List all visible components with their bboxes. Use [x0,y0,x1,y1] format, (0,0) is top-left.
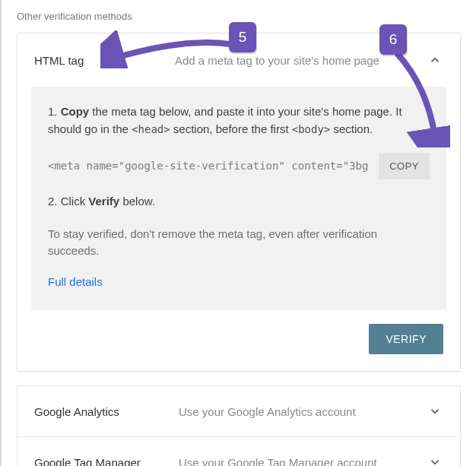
step1-end: section. [330,122,373,135]
method-google-analytics[interactable]: Google Analytics Use your Google Analyti… [17,386,460,437]
step2-rest: below. [119,195,155,208]
callout-badge-6: 6 [379,24,407,55]
method-title: Google Tag Manager [34,456,179,467]
step2-prefix: 2. Click [48,195,88,208]
step1-bold: Copy [61,105,90,118]
step-1: 1. Copy the meta tag below, and paste it… [48,103,430,138]
step1-mid: section, before the first [170,122,292,135]
method-title: Google Analytics [34,405,179,418]
step2-bold: Verify [88,195,119,208]
callout-badge-5: 5 [229,22,256,52]
stay-verified-note: To stay verified, don't remove the meta … [48,226,430,260]
method-description: Use your Google Analytics account [179,405,427,418]
method-google-tag-manager[interactable]: Google Tag Manager Use your Google Tag M… [17,437,460,466]
step-2: 2. Click Verify below. [48,193,430,211]
chevron-up-icon [427,52,443,68]
body-code: <body> [292,123,331,135]
method-description: Add a meta tag to your site's home page [175,54,427,67]
full-details-link[interactable]: Full details [48,274,103,291]
method-title: HTML tag [34,54,175,67]
chevron-down-icon [427,454,443,466]
copy-button[interactable]: COPY [379,153,430,179]
head-code: <head> [132,123,170,135]
chevron-down-icon [427,403,443,420]
meta-tag-row: <meta name="google-site-verification" co… [48,153,430,179]
method-description: Use your Google Tag Manager account [179,456,427,467]
html-tag-card: HTML tag Add a meta tag to your site's h… [17,33,461,372]
meta-tag-code[interactable]: <meta name="google-site-verification" co… [48,158,370,174]
instructions-panel: 1. Copy the meta tag below, and paste it… [31,87,446,310]
verify-button[interactable]: VERIFY [369,324,443,354]
section-label: Other verification methods [17,11,461,22]
verify-row: VERIFY [17,324,460,371]
other-methods-list: Google Analytics Use your Google Analyti… [17,385,461,466]
step1-prefix: 1. [48,105,61,118]
